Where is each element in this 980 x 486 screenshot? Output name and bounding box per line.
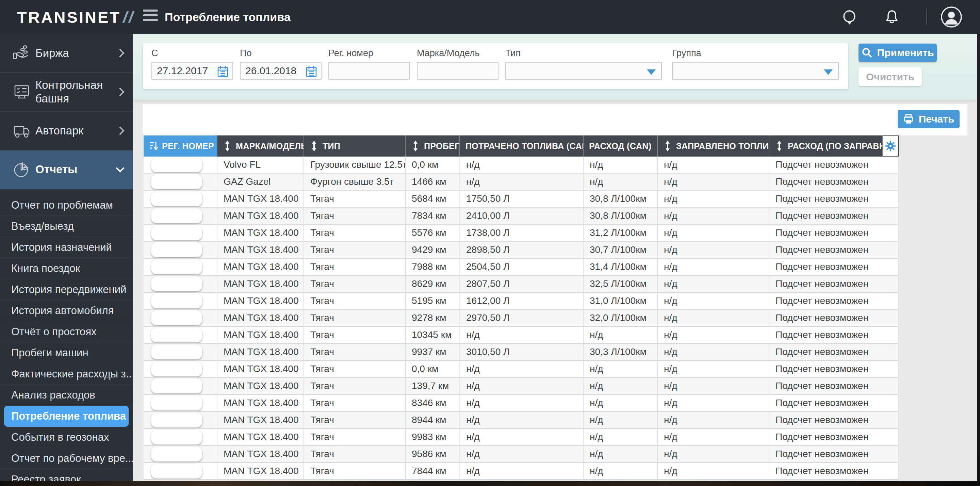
- cell-fueled: н/д: [658, 327, 769, 343]
- cell-fuel-spent: 1612,00 Л: [460, 293, 584, 309]
- table-row[interactable]: Volvo FLГрузовик свыше 12.5т0,0 кмн/дн/д…: [143, 156, 899, 174]
- table-row[interactable]: MAN TGX 18.400Тягач139,7 кмн/дн/дн/дПодс…: [143, 378, 899, 395]
- sidebar-report-item[interactable]: Анализ расходов: [0, 385, 133, 406]
- table-row[interactable]: MAN TGX 18.400Тягач8944 кмн/дн/дн/дПодсч…: [143, 412, 899, 429]
- sidebar-report-item[interactable]: Фактические расходы з...: [0, 363, 133, 385]
- sidebar-report-item[interactable]: Отчет по рабочему вре...: [0, 448, 133, 469]
- cell-mileage: 9278 км: [406, 310, 460, 326]
- calendar-icon[interactable]: [306, 66, 317, 77]
- cell-mileage: 8346 км: [406, 395, 460, 411]
- sidebar-report-item[interactable]: История назначений: [0, 237, 133, 258]
- sidebar-report-item[interactable]: Въезд/выезд: [0, 216, 133, 237]
- sort-updown-icon: [310, 140, 318, 152]
- calendar-icon[interactable]: [218, 66, 228, 77]
- sidebar-report-item[interactable]: Отчёт о простоях: [0, 321, 133, 343]
- type-select[interactable]: [505, 62, 662, 80]
- sidebar-report-item[interactable]: События в геозонах: [0, 427, 133, 448]
- cell-fuel-spent: н/д: [460, 446, 584, 462]
- sidebar-section-item[interactable]: Автопарк: [0, 112, 133, 150]
- cell-model: MAN TGX 18.400: [218, 429, 304, 445]
- print-button[interactable]: Печать: [898, 110, 959, 128]
- cell-consumption-by-refuel: Подсчет невозможен: [769, 156, 899, 173]
- cell-type: Тягач: [304, 327, 406, 343]
- menu-hamburger-icon[interactable]: [143, 10, 159, 24]
- cell-consumption: н/д: [584, 327, 658, 343]
- app-logo[interactable]: TRANSINET //: [17, 0, 134, 34]
- cell-consumption-by-refuel: Подсчет невозможен: [769, 361, 899, 377]
- table-row[interactable]: MAN TGX 18.400Тягач0,0 кмн/дн/дн/дПодсче…: [143, 361, 899, 378]
- pie-chart-icon: [13, 161, 30, 178]
- cell-consumption-by-refuel: Подсчет невозможен: [769, 259, 899, 275]
- clear-button[interactable]: Очистить: [859, 67, 922, 86]
- cell-fuel-spent: 2898,50 Л: [460, 242, 584, 258]
- table-row[interactable]: MAN TGX 18.400Тягач9278 км2970,50 Л32,0 …: [143, 310, 899, 327]
- table-row[interactable]: MAN TGX 18.400Тягач7988 км2504,50 Л31,4 …: [143, 259, 899, 276]
- cell-mileage: 9586 км: [406, 446, 460, 462]
- column-header: РАСХОД (CAN): [584, 135, 658, 156]
- column-settings-gear-icon[interactable]: [883, 135, 899, 156]
- chat-icon[interactable]: [842, 9, 858, 25]
- table-row[interactable]: MAN TGX 18.400Тягач9586 кмн/дн/дн/дПодсч…: [143, 446, 899, 463]
- table-row[interactable]: MAN TGX 18.400Тягач9429 км2898,50 Л30,7 …: [143, 242, 899, 259]
- column-header[interactable]: ТИП: [304, 135, 406, 156]
- column-header: ПОТРАЧЕНО ТОПЛИВА (CAN): [460, 135, 584, 156]
- sidebar-report-item[interactable]: История передвижений: [0, 279, 133, 300]
- cell-consumption-by-refuel: Подсчет невозможен: [769, 412, 899, 428]
- column-header[interactable]: ЗАПРАВЛЕНО ТОПЛИВА: [658, 135, 769, 156]
- table-row[interactable]: MAN TGX 18.400Тягач5576 км1738,00 Л31,2 …: [143, 225, 899, 242]
- sidebar-report-item-active[interactable]: Потребление топлива: [4, 406, 129, 427]
- column-header[interactable]: МАРКА/МОДЕЛЬ: [218, 135, 304, 156]
- table-row[interactable]: MAN TGX 18.400Тягач8346 кмн/дн/дн/дПодсч…: [143, 395, 899, 412]
- cell-model: Volvo FL: [218, 156, 304, 173]
- sidebar-section-item[interactable]: Контрольная башня: [0, 73, 133, 112]
- table-row[interactable]: MAN TGX 18.400Тягач7834 км2410,00 Л30,8 …: [143, 207, 899, 225]
- cell-mileage: 7988 км: [406, 259, 460, 275]
- column-header-label: РАСХОД (ПО ЗАПРАВКАМ): [788, 141, 883, 151]
- cell-reg-number: [143, 174, 218, 190]
- cell-fuel-spent: 2807,50 Л: [460, 276, 584, 292]
- table-row[interactable]: MAN TGX 18.400Тягач5195 км1612,00 Л31,0 …: [143, 293, 899, 310]
- table-row[interactable]: GAZ GazelФургон свыше 3.5т1466 кмн/дн/дн…: [143, 174, 899, 191]
- cell-model: MAN TGX 18.400: [218, 225, 304, 241]
- sidebar-report-item[interactable]: История автомобиля: [0, 300, 133, 321]
- sidebar-report-item[interactable]: Пробеги машин: [0, 343, 133, 363]
- reg-number-input[interactable]: [329, 65, 409, 76]
- sidebar-report-item[interactable]: Книга поездок: [0, 258, 133, 279]
- reports-submenu: Отчет по проблемамВъезд/выездИстория наз…: [0, 189, 133, 486]
- table-row[interactable]: MAN TGX 18.400Тягач5684 км1750,50 Л30,8 …: [143, 191, 899, 207]
- cell-mileage: 1466 км: [406, 174, 460, 190]
- cell-consumption-by-refuel: Подсчет невозможен: [769, 395, 899, 411]
- table-row[interactable]: MAN TGX 18.400Тягач9937 км3010,50 Л30,3 …: [143, 344, 899, 361]
- sidebar-section-item[interactable]: Биржа: [0, 34, 133, 73]
- table-row[interactable]: MAN TGX 18.400Тягач8629 км2807,50 Л32,5 …: [143, 276, 899, 293]
- table-row[interactable]: MAN TGX 18.400Тягач7844 кмн/дн/дн/дПодсч…: [143, 463, 899, 480]
- cell-type: Тягач: [304, 378, 406, 394]
- cell-reg-number: [143, 412, 218, 428]
- cell-fueled: н/д: [658, 191, 769, 207]
- cell-consumption-by-refuel: Подсчет невозможен: [769, 191, 899, 207]
- cell-consumption-by-refuel: Подсчет невозможен: [769, 344, 899, 360]
- cell-reg-number: [143, 344, 218, 360]
- sidebar-section-active[interactable]: Отчеты: [0, 150, 133, 189]
- cell-model: MAN TGX 18.400: [218, 276, 304, 292]
- notifications-bell-icon[interactable]: [884, 9, 900, 25]
- apply-button[interactable]: Применить: [859, 43, 937, 62]
- cell-fueled: н/д: [658, 156, 769, 173]
- column-header-label: РАСХОД (CAN): [589, 141, 651, 151]
- column-header[interactable]: РЕГ. НОМЕР: [143, 135, 218, 156]
- sidebar-report-item[interactable]: Отчет по проблемам: [0, 195, 133, 216]
- make-model-input[interactable]: [417, 65, 498, 76]
- group-select[interactable]: [672, 62, 839, 80]
- cell-model: MAN TGX 18.400: [218, 327, 304, 343]
- cell-model: MAN TGX 18.400: [218, 293, 304, 309]
- user-avatar[interactable]: [940, 6, 962, 28]
- cell-fueled: н/д: [658, 446, 769, 462]
- cell-type: Тягач: [304, 207, 406, 224]
- cell-fuel-spent: н/д: [460, 361, 584, 377]
- table-row[interactable]: MAN TGX 18.400Тягач9983 кмн/дн/дн/дПодсч…: [143, 429, 899, 446]
- column-header[interactable]: ПРОБЕГ: [406, 135, 460, 156]
- sidebar: БиржаКонтрольная башняАвтопаркОтчеты Отч…: [0, 34, 133, 486]
- column-header[interactable]: РАСХОД (ПО ЗАПРАВКАМ): [769, 135, 883, 156]
- table-row[interactable]: MAN TGX 18.400Тягач10345 кмн/дн/дн/дПодс…: [143, 327, 899, 344]
- cell-reg-number: [143, 207, 218, 224]
